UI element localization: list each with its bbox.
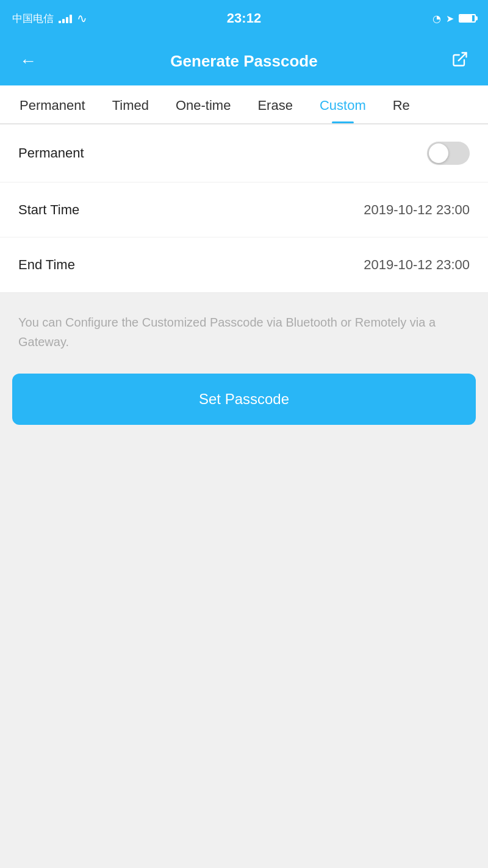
tab-erase[interactable]: Erase xyxy=(244,85,306,123)
settings-card: Permanent Start Time 2019-10-12 23:00 En… xyxy=(0,124,488,293)
navigation-icon: ➤ xyxy=(446,13,454,24)
battery-icon xyxy=(459,14,476,23)
tab-one-time[interactable]: One-time xyxy=(162,85,244,123)
signal-icon xyxy=(59,13,72,23)
carrier-text: 中国电信 xyxy=(12,12,54,26)
info-text: You can Configure the Customized Passcod… xyxy=(0,293,488,366)
status-time: 23:12 xyxy=(227,10,261,26)
svg-line-0 xyxy=(459,53,467,61)
lock-rotation-icon: ◔ xyxy=(432,13,441,24)
status-right: ◔ ➤ xyxy=(432,13,476,24)
status-left: 中国电信 ∿ xyxy=(12,11,87,26)
header: ← Generate Passcode xyxy=(0,37,488,85)
main-content: Permanent Start Time 2019-10-12 23:00 En… xyxy=(0,124,488,856)
share-icon xyxy=(451,54,468,71)
set-passcode-button[interactable]: Set Passcode xyxy=(12,374,476,425)
permanent-row: Permanent xyxy=(0,125,488,183)
back-icon: ← xyxy=(20,51,37,70)
start-time-row[interactable]: Start Time 2019-10-12 23:00 xyxy=(0,183,488,237)
tab-timed[interactable]: Timed xyxy=(99,85,162,123)
permanent-label: Permanent xyxy=(18,145,84,161)
start-time-value: 2019-10-12 23:00 xyxy=(364,202,470,218)
end-time-label: End Time xyxy=(18,257,75,273)
wifi-icon: ∿ xyxy=(77,11,87,26)
back-button[interactable]: ← xyxy=(15,46,41,76)
start-time-label: Start Time xyxy=(18,202,79,218)
end-time-row[interactable]: End Time 2019-10-12 23:00 xyxy=(0,237,488,292)
status-bar: 中国电信 ∿ 23:12 ◔ ➤ xyxy=(0,0,488,37)
toggle-knob xyxy=(429,143,448,163)
tab-permanent[interactable]: Permanent xyxy=(6,85,99,123)
share-button[interactable] xyxy=(447,46,473,76)
page-title: Generate Passcode xyxy=(170,52,317,71)
tab-custom[interactable]: Custom xyxy=(306,85,379,123)
permanent-toggle[interactable] xyxy=(427,142,470,165)
end-time-value: 2019-10-12 23:00 xyxy=(364,257,470,273)
tabs-inner: Permanent Timed One-time Erase Custom Re xyxy=(0,85,429,123)
tabs-bar: Permanent Timed One-time Erase Custom Re xyxy=(0,85,488,124)
tab-re[interactable]: Re xyxy=(379,85,423,123)
